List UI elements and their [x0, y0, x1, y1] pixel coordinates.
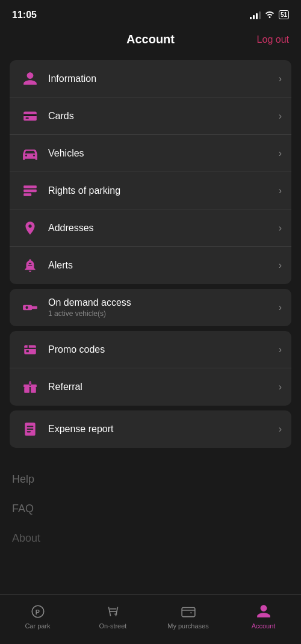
help-item-help[interactable]: Help	[12, 465, 289, 494]
nav-item-on-street[interactable]: On-street	[75, 603, 150, 630]
on-demand-sublabel: 1 active vehicle(s)	[48, 309, 279, 318]
signal-icon	[250, 11, 261, 19]
parking-rights-label: Rights of parking	[48, 185, 279, 196]
menu-item-alerts[interactable]: Alerts ›	[10, 247, 291, 284]
chevron-icon: ›	[279, 148, 282, 159]
chevron-icon: ›	[279, 185, 282, 196]
expense-section: Expense report ›	[10, 410, 291, 448]
svg-rect-4	[23, 189, 37, 191]
promo-section: Promo codes › Referral ›	[10, 331, 291, 406]
svg-rect-3	[23, 185, 37, 188]
promo-icon	[19, 339, 41, 361]
account-nav-label: Account	[252, 622, 276, 630]
status-bar: 11:05 51	[0, 0, 301, 26]
chevron-icon: ›	[279, 344, 282, 355]
main-menu-section: Information › Cards › Vehicles › Rights …	[10, 60, 291, 284]
person-icon	[19, 68, 41, 90]
svg-text:P: P	[35, 608, 39, 616]
battery-icon: 51	[279, 10, 289, 19]
status-icons: 51	[250, 10, 289, 20]
svg-rect-19	[27, 426, 34, 427]
help-item-faq[interactable]: FAQ	[12, 494, 289, 524]
vehicles-label: Vehicles	[48, 148, 279, 159]
wifi-icon	[264, 10, 275, 20]
svg-rect-5	[23, 193, 31, 196]
account-nav-icon	[255, 603, 272, 620]
bell-icon	[19, 255, 41, 276]
carpark-label: Car park	[25, 622, 50, 630]
gift-icon	[19, 376, 41, 398]
help-section: Help FAQ About	[0, 453, 301, 558]
menu-item-on-demand[interactable]: On demand access 1 active vehicle(s) ›	[10, 289, 291, 326]
svg-rect-14	[24, 387, 29, 393]
svg-rect-29	[182, 608, 195, 617]
parking-icon	[19, 180, 41, 202]
key-icon	[19, 297, 41, 318]
promo-codes-label: Promo codes	[48, 344, 279, 355]
addresses-label: Addresses	[48, 223, 279, 234]
svg-rect-9	[24, 345, 36, 354]
page-title: Account	[126, 33, 175, 46]
menu-item-vehicles[interactable]: Vehicles ›	[10, 135, 291, 172]
chevron-icon: ›	[279, 302, 282, 313]
onstreet-icon	[105, 603, 122, 620]
menu-item-information[interactable]: Information ›	[10, 60, 291, 98]
svg-point-8	[25, 306, 28, 309]
card-icon	[19, 105, 41, 127]
access-section: On demand access 1 active vehicle(s) ›	[10, 289, 291, 326]
chevron-icon: ›	[279, 223, 282, 234]
my-purchases-label: My purchases	[167, 622, 208, 630]
menu-item-addresses[interactable]: Addresses ›	[10, 209, 291, 247]
chevron-icon: ›	[279, 424, 282, 435]
menu-item-referral[interactable]: Referral ›	[10, 368, 291, 406]
header: Account Log out	[0, 26, 301, 55]
svg-rect-21	[27, 431, 31, 432]
svg-rect-7	[31, 306, 37, 309]
chevron-icon: ›	[279, 382, 282, 392]
help-item-about[interactable]: About	[12, 524, 289, 553]
svg-rect-1	[23, 114, 37, 116]
wallet-icon	[180, 603, 197, 620]
svg-rect-17	[31, 385, 37, 387]
on-demand-label: On demand access	[48, 297, 279, 308]
status-time: 11:05	[12, 10, 37, 20]
carpark-icon: P	[29, 603, 46, 620]
alerts-label: Alerts	[48, 260, 279, 271]
vehicle-icon	[19, 143, 41, 164]
onstreet-label: On-street	[99, 622, 127, 630]
menu-item-parking-rights[interactable]: Rights of parking ›	[10, 172, 291, 209]
logout-button[interactable]: Log out	[257, 34, 289, 45]
referral-label: Referral	[48, 382, 279, 392]
bottom-nav: P Car park On-street My purchases	[0, 594, 301, 644]
chevron-icon: ›	[279, 73, 282, 84]
svg-rect-2	[25, 117, 28, 119]
nav-item-my-purchases[interactable]: My purchases	[150, 603, 226, 630]
menu-item-promo-codes[interactable]: Promo codes ›	[10, 331, 291, 368]
svg-rect-16	[23, 385, 29, 387]
svg-rect-15	[31, 387, 36, 393]
information-label: Information	[48, 73, 279, 84]
menu-item-expense-report[interactable]: Expense report ›	[10, 410, 291, 448]
nav-item-car-park[interactable]: P Car park	[0, 603, 75, 630]
menu-item-cards[interactable]: Cards ›	[10, 98, 291, 135]
svg-rect-20	[27, 429, 34, 430]
location-icon	[19, 217, 41, 239]
chevron-icon: ›	[279, 111, 282, 122]
chevron-icon: ›	[279, 260, 282, 271]
report-icon	[19, 418, 41, 440]
expense-report-label: Expense report	[48, 424, 279, 435]
cards-label: Cards	[48, 111, 279, 122]
nav-item-account[interactable]: Account	[226, 603, 301, 630]
svg-rect-12	[26, 350, 29, 352]
